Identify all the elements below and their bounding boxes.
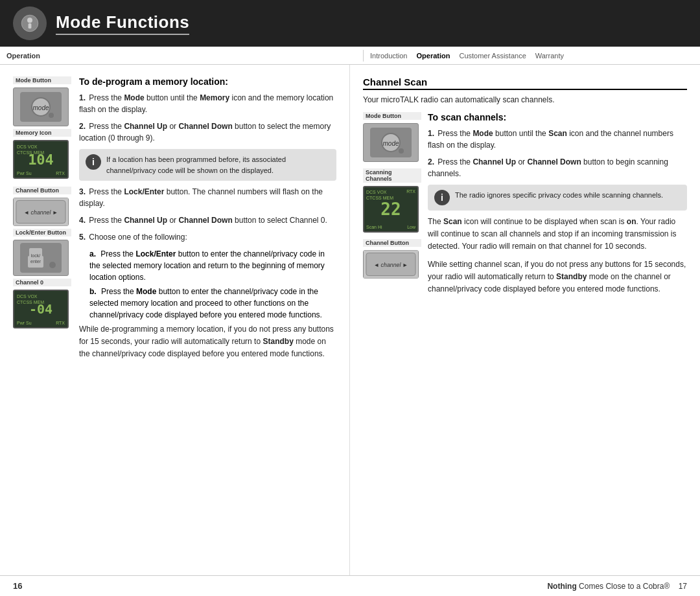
label-channel0: Channel 0	[13, 279, 71, 286]
step-num-1: 1.	[79, 93, 86, 102]
label-lockenter-button: Lock/Enter Button	[13, 229, 71, 236]
display-small-text: DCS VOXCTCSS MEM	[17, 144, 44, 155]
nav-tab-customer[interactable]: Customer Assistance	[459, 52, 526, 60]
bottom-bar: 16 Nothing Comes Close to a Cobra® 17	[0, 575, 700, 596]
display-bottom: Pwr Su	[17, 171, 32, 176]
note-text-1: If a location has been programmed before…	[106, 154, 330, 176]
nav-operation-label: Operation	[6, 52, 40, 60]
mode-icon	[19, 13, 40, 34]
step-4: 4. Press the Channel Up or Channel Down …	[79, 214, 336, 226]
channel-scan-header: Channel Scan	[363, 76, 687, 90]
nav-divider	[363, 50, 364, 62]
scan-step-num-2: 2.	[428, 157, 434, 166]
scan-step-2: 2. Press the Channel Up or Channel Down …	[428, 156, 687, 179]
scan-number: 22	[380, 200, 401, 219]
page-num-left: 16	[13, 581, 22, 591]
right-sidebar: Mode Button mode Scanning Channels DCS V…	[363, 112, 421, 301]
svg-text:◄ channel ►: ◄ channel ►	[373, 262, 408, 268]
note-box-1: i If a location has been programmed befo…	[79, 149, 336, 181]
step-sub-label-a: a.	[89, 249, 96, 258]
svg-rect-2	[29, 23, 32, 29]
svg-text:mode: mode	[32, 104, 49, 111]
scan-step-num-1: 1.	[428, 129, 434, 138]
footer-brand: Nothing	[547, 582, 576, 591]
nav-tab-introduction[interactable]: Introduction	[370, 52, 407, 60]
channel0-bottom: Pwr Su	[17, 321, 32, 325]
channel0-display: DCS VOXCTCSS MEM -04 Pwr Su RTX	[13, 290, 69, 328]
step-1: 1. Press the Mode button until the Memor…	[79, 92, 336, 115]
label-mode-button-right: Mode Button	[363, 112, 421, 120]
page-num-right: 17	[679, 582, 687, 591]
mode-button-img: mode	[13, 87, 69, 126]
svg-text:◄ channel ►: ◄ channel ►	[23, 209, 58, 216]
channel0-right: RTX	[56, 321, 65, 325]
nav-left: Operation	[6, 52, 356, 60]
step-5b: b. Press the Mode button to enter the ch…	[89, 286, 336, 321]
channel0-small: DCS VOXCTCSS MEM	[17, 293, 44, 305]
channel-button-img: ◄ channel ►	[13, 198, 69, 226]
scan-body-para: The Scan icon will continue to be displa…	[428, 216, 687, 253]
svg-text:enter: enter	[30, 259, 41, 264]
page-right: Channel Scan Your microTALK radio can au…	[350, 65, 700, 575]
nav-tab-warranty[interactable]: Warranty	[535, 52, 564, 60]
scan-step-1: 1. Press the Mode button until the Scan …	[428, 128, 687, 151]
mode-button-img-right: mode	[363, 123, 419, 162]
scan-indicator: RTX	[406, 189, 415, 194]
sidebar-images-left: Mode Button mode Memory Icon DCS VOXCTCS…	[13, 76, 71, 564]
label-scanning-channels: Scanning Channels	[363, 168, 421, 183]
page-header: Mode Functions	[0, 0, 700, 47]
nav-right: Introduction Operation Customer Assistan…	[370, 52, 694, 60]
step-sub-label-b: b.	[89, 287, 97, 296]
note-icon-1: i	[86, 154, 101, 170]
step-num-4: 4.	[79, 216, 86, 225]
svg-text:mode: mode	[382, 140, 399, 147]
note-text-scan: The radio ignores specific privacy codes…	[455, 190, 681, 201]
step-num-5: 5.	[79, 233, 86, 242]
label-channel-button-right: Channel Button	[363, 239, 421, 247]
svg-point-22	[399, 148, 404, 154]
closing-para: While de-programming a memory location, …	[79, 323, 336, 361]
content-area: Mode Button mode Memory Icon DCS VOXCTCS…	[0, 65, 700, 575]
scan-small: DCS VOXCTCSS MEM	[366, 189, 393, 201]
svg-point-7	[49, 113, 54, 118]
step-num-3: 3.	[79, 187, 86, 196]
label-channel-button: Channel Button	[13, 187, 71, 194]
step-num-2: 2.	[79, 122, 86, 131]
label-memory-icon: Memory Icon	[13, 129, 71, 137]
page-title: Mode Functions	[56, 12, 189, 35]
nav-tab-operation[interactable]: Operation	[416, 52, 450, 60]
step-2: 2. Press the Channel Up or Channel Down …	[79, 120, 336, 144]
nav-bar: Operation Introduction Operation Custome…	[0, 47, 700, 65]
instruction-block: Mode Button mode Memory Icon DCS VOXCTCS…	[13, 76, 336, 564]
steps-content-left: To de-program a memory location: 1. Pres…	[79, 76, 336, 564]
svg-point-17	[49, 262, 56, 268]
scanning-display: DCS VOXCTCSS MEM 22 Scan Hi Low RTX	[363, 186, 419, 233]
step-3: 3. Press the Lock/Enter button. The chan…	[79, 186, 336, 209]
display-right: RTX	[56, 171, 65, 176]
note-box-scan: i The radio ignores specific privacy cod…	[428, 185, 687, 211]
right-steps-content: To scan channels: 1. Press the Mode butt…	[428, 112, 687, 301]
svg-text:lock/: lock/	[31, 253, 40, 258]
page-left: Mode Button mode Memory Icon DCS VOXCTCS…	[0, 65, 350, 575]
scan-standby-para: While setting channel scan, if you do no…	[428, 258, 687, 296]
scan-right: Low	[407, 225, 415, 229]
scan-intro: Your microTALK radio can automatically s…	[363, 94, 687, 106]
note-icon-scan: i	[434, 190, 450, 205]
step-5: 5. Choose one of the following:	[79, 231, 336, 243]
scan-steps-heading: To scan channels:	[428, 112, 687, 122]
svg-point-1	[27, 17, 32, 23]
memory-icon-display: DCS VOXCTCSS MEM 104 Pwr Su RTX	[13, 140, 69, 179]
section-heading: To de-program a memory location:	[79, 76, 336, 87]
step-5a: a. Press the Lock/Enter button to enter …	[89, 248, 336, 283]
header-icon	[13, 6, 47, 40]
scan-bottom: Scan Hi	[366, 225, 382, 229]
channel-button-img-right: ◄ channel ►	[363, 250, 419, 279]
label-mode-button: Mode Button	[13, 76, 71, 84]
lockenter-button-img: lock/ enter	[13, 240, 69, 276]
right-instruction: Mode Button mode Scanning Channels DCS V…	[363, 112, 687, 301]
footer-tagline: Nothing Comes Close to a Cobra® 17	[547, 582, 687, 591]
